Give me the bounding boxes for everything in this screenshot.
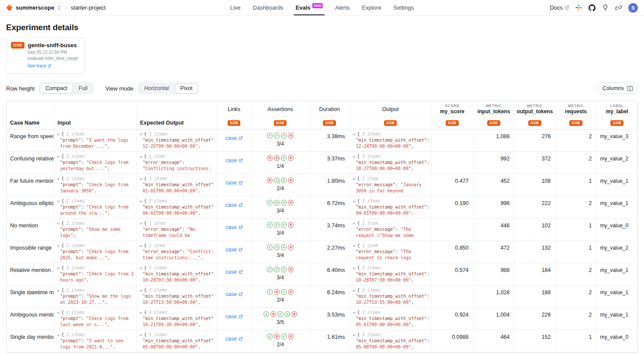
expected-output-cell[interactable]: {1 item"error_message": "Conflict: time … <box>136 241 217 263</box>
chevron-down-icon[interactable] <box>352 289 356 292</box>
output-cell[interactable]: {3 items"min_timestamp_with_offset": 10-… <box>350 263 431 285</box>
chevron-down-icon[interactable] <box>352 177 356 181</box>
tab-live[interactable]: Live <box>230 0 241 15</box>
expected-output-cell[interactable]: {3 items"min_timestamp_with_offset": 04-… <box>136 196 217 219</box>
experiment-badge-chip[interactable]: GSB <box>569 120 582 126</box>
tab-settings[interactable]: Settings <box>393 0 414 15</box>
expected-output-cell[interactable]: {3 items"min_timestamp_with_offset": 10-… <box>136 263 217 285</box>
input-cell[interactable]: {2 items"prompt": "I want to see logs fr… <box>54 330 136 352</box>
chevron-down-icon[interactable] <box>139 155 143 159</box>
case-link[interactable]: case <box>225 157 242 164</box>
chevron-down-icon[interactable] <box>56 199 60 203</box>
expected-output-cell[interactable]: {3 items"min_timestamp_with_offset": 12-… <box>136 129 217 152</box>
chevron-down-icon[interactable] <box>352 222 356 226</box>
chevron-down-icon[interactable] <box>352 333 356 337</box>
chevron-down-icon[interactable] <box>139 333 143 337</box>
link-icon[interactable] <box>615 4 622 11</box>
chevron-down-icon[interactable] <box>56 266 60 270</box>
chevron-down-icon[interactable] <box>139 222 143 226</box>
output-cell[interactable]: {1 item"error_message": "January 3050 is… <box>350 174 431 196</box>
tab-dashboards[interactable]: Dashboards <box>253 0 284 15</box>
chevron-down-icon[interactable] <box>352 132 356 136</box>
view-mode-option-horizontal[interactable]: Horizontal <box>138 83 174 94</box>
chevron-down-icon[interactable] <box>56 244 60 248</box>
breadcrumb-project[interactable]: starter-project <box>71 4 106 11</box>
expected-output-cell[interactable]: {1 item"error_message": "Conflicting ins… <box>136 152 217 174</box>
chevron-down-icon[interactable] <box>352 155 356 159</box>
chevron-down-icon[interactable] <box>56 132 60 136</box>
case-link[interactable]: case <box>225 180 242 186</box>
chevron-down-icon[interactable] <box>56 222 60 226</box>
tab-alerts[interactable]: Alerts <box>335 0 350 15</box>
chevron-down-icon[interactable] <box>56 333 60 337</box>
github-icon[interactable] <box>589 4 596 11</box>
case-link[interactable]: case <box>225 135 242 141</box>
experiment-badge-chip[interactable]: GSB <box>528 120 541 126</box>
input-cell[interactable]: {2 items"prompt": "Check logs from yeste… <box>54 152 136 174</box>
row-height-option-full[interactable]: Full <box>73 83 93 94</box>
docs-link[interactable]: Docs <box>550 4 569 11</box>
experiment-badge-chip[interactable]: GSB <box>487 120 500 126</box>
see-trace-link[interactable]: See trace <box>28 63 51 69</box>
expected-output-cell[interactable]: {1 item"error_message": "No timeframe co… <box>136 219 217 241</box>
slack-icon[interactable] <box>575 4 582 11</box>
output-cell[interactable]: {3 items"min_timestamp_with_offset": 05-… <box>350 308 431 330</box>
experiment-badge-chip[interactable]: GSB <box>446 120 459 126</box>
chevron-down-icon[interactable] <box>352 199 356 203</box>
input-cell[interactable]: {2 items"prompt": "I want the logs from … <box>54 129 136 152</box>
output-cell[interactable]: {3 items"min_timestamp_with_offset": 10-… <box>350 152 431 174</box>
experiment-badge-chip[interactable]: GSB <box>610 120 623 126</box>
chevron-down-icon[interactable] <box>352 244 356 248</box>
input-cell[interactable]: {2 items"prompt": "Check logs from 2025,… <box>54 241 136 263</box>
row-height-option-compact[interactable]: Compact <box>40 83 73 94</box>
chevron-down-icon[interactable] <box>352 266 356 270</box>
view-mode-option-pivot[interactable]: Pivot <box>175 83 198 94</box>
case-link[interactable]: case <box>225 202 242 208</box>
chevron-down-icon[interactable] <box>139 311 143 315</box>
tab-evals[interactable]: Evalsbeta <box>296 0 323 15</box>
output-cell[interactable]: {1 item"error_message": "The request \"S… <box>350 219 431 241</box>
case-link[interactable]: case <box>225 313 242 320</box>
chevron-down-icon[interactable] <box>139 199 143 203</box>
chevron-down-icon[interactable] <box>56 155 60 159</box>
experiment-badge-chip[interactable]: GSB <box>228 120 241 126</box>
avatar[interactable]: S <box>628 3 638 13</box>
chevron-down-icon[interactable] <box>56 311 60 315</box>
chevron-down-icon[interactable] <box>56 289 60 292</box>
workspace-switcher[interactable]: summerscope <box>6 4 61 11</box>
input-cell[interactable]: {2 items"prompt": "Check logs from Janua… <box>54 174 136 196</box>
chevron-down-icon[interactable] <box>139 177 143 181</box>
tab-explore[interactable]: Explore <box>362 0 381 15</box>
chevron-down-icon[interactable] <box>139 244 143 248</box>
case-link[interactable]: case <box>225 291 242 297</box>
chevron-down-icon[interactable] <box>139 266 143 270</box>
case-link[interactable]: case <box>225 224 242 230</box>
case-link[interactable]: case <box>225 269 242 275</box>
output-cell[interactable]: {1 item"error_message": "The request to … <box>350 241 431 263</box>
input-cell[interactable]: {2 items"prompt": "Show me the logs at 2… <box>54 285 136 308</box>
output-cell[interactable]: {3 items"min_timestamp_with_offset": 12-… <box>350 129 431 152</box>
experiment-badge-chip[interactable]: GSB <box>384 120 397 126</box>
output-cell[interactable]: {3 items"min_timestamp_with_offset": 04-… <box>350 196 431 219</box>
experiment-badge-chip[interactable]: GSB <box>323 120 336 126</box>
chevron-down-icon[interactable] <box>56 177 60 181</box>
case-link[interactable]: case <box>225 336 242 342</box>
output-cell[interactable]: {3 items"min_timestamp_with_offset": 10-… <box>350 285 431 308</box>
input-cell[interactable]: {2 items"prompt": "Check logs from last … <box>54 308 136 330</box>
expected-output-cell[interactable]: {3 items"min_timestamp_with_offset": 05-… <box>136 330 217 352</box>
output-cell[interactable]: {3 items"min_timestamp_with_offset": 05-… <box>350 330 431 352</box>
lightbulb-icon[interactable] <box>602 4 609 11</box>
expected-output-cell[interactable]: {3 items"min_timestamp_with_offset": 10-… <box>136 285 217 308</box>
input-cell[interactable]: {2 items"prompt": "Check logs from 2 hou… <box>54 263 136 285</box>
case-link[interactable]: case <box>225 247 242 253</box>
columns-button[interactable]: Columns <box>598 83 638 94</box>
chevron-down-icon[interactable] <box>139 289 143 292</box>
chevron-down-icon[interactable] <box>139 132 143 136</box>
expected-output-cell[interactable]: {3 items"min_timestamp_with_offset": 10-… <box>136 308 217 330</box>
input-cell[interactable]: {2 items"prompt": "Check logs from aroun… <box>54 196 136 219</box>
chevron-down-icon[interactable] <box>352 311 356 315</box>
expected-output-cell[interactable]: {3 items"min_timestamp_with_offset": 01-… <box>136 174 217 196</box>
experiment-badge-chip[interactable]: GSB <box>274 120 287 126</box>
input-cell[interactable]: {2 items"prompt": "Show me some logs", <box>54 219 136 241</box>
experiment-card[interactable]: GSB gentle-sniff-buses Sep 05 12:11:56 P… <box>6 38 85 73</box>
